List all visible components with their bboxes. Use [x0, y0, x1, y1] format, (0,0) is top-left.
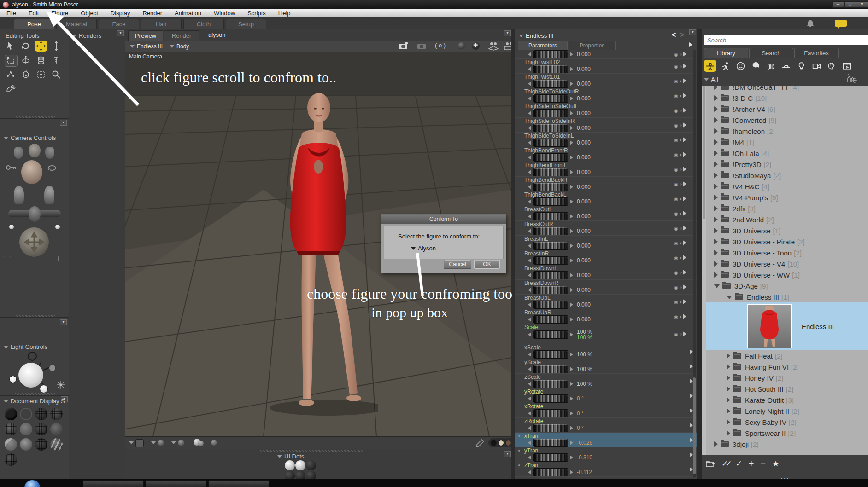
figures-category-icon[interactable]: [704, 60, 716, 72]
param-expand-icon[interactable]: [683, 52, 686, 57]
key-link-icon[interactable]: ⋄: [680, 93, 682, 98]
camera-controls-header[interactable]: Camera Controls: [4, 134, 56, 141]
camera-dot-left-icon[interactable]: [9, 225, 14, 229]
param-expand-icon[interactable]: [690, 452, 693, 457]
param-dial[interactable]: [533, 468, 568, 476]
key-record-icon[interactable]: ◉: [674, 152, 678, 157]
caret-right-icon[interactable]: [727, 397, 730, 403]
dial-increase-icon[interactable]: [570, 273, 573, 278]
caret-right-icon[interactable]: [727, 430, 730, 436]
dial-decrease-icon[interactable]: [528, 199, 531, 204]
keyframe-icons[interactable]: ◉⋄: [674, 299, 686, 304]
caret-right-icon[interactable]: [727, 353, 730, 359]
camera-flyaround-icon[interactable]: [398, 42, 410, 50]
param-row-yRotate[interactable]: yRotate0 °: [515, 388, 697, 403]
key-record-icon[interactable]: ◉: [674, 211, 678, 216]
key-link-icon[interactable]: ⋄: [680, 255, 682, 260]
keyframe-icons[interactable]: ◉⋄: [674, 196, 686, 201]
light-sphere-icon[interactable]: [18, 363, 43, 388]
key-record-icon[interactable]: ◉: [674, 240, 678, 245]
key-link-icon[interactable]: ⋄: [680, 270, 682, 274]
library-folder-row[interactable]: Having Fun VI[2]: [706, 361, 868, 372]
param-row-ThighSideToSideOutL[interactable]: ThighSideToSideOutL0.000◉⋄: [515, 103, 697, 118]
doc-style-box-icon[interactable]: [135, 439, 144, 447]
taskbar-window-button[interactable]: [83, 480, 144, 487]
light-flare-icon[interactable]: [56, 380, 65, 389]
param-dial[interactable]: [533, 365, 568, 373]
caret-right-icon[interactable]: [714, 441, 718, 447]
element-style-sphere-icon[interactable]: [178, 440, 184, 446]
direct-manip-tool-icon[interactable]: [5, 83, 17, 94]
taskbar-window-button[interactable]: [208, 480, 269, 487]
key-record-icon[interactable]: ◉: [674, 196, 678, 201]
param-expand-icon[interactable]: [683, 152, 686, 157]
param-expand-icon[interactable]: [683, 182, 686, 186]
menu-item-animation[interactable]: Animation: [175, 10, 201, 17]
param-expand-icon[interactable]: [683, 138, 686, 142]
dropdown-caret-icon[interactable]: [151, 441, 156, 444]
display-style-7-icon[interactable]: [35, 423, 47, 435]
param-row-xScale[interactable]: xScale100 %: [515, 344, 697, 359]
param-dial[interactable]: [533, 139, 568, 147]
param-expand-icon[interactable]: [690, 438, 693, 442]
param-dial[interactable]: [533, 197, 568, 206]
library-folder-row[interactable]: !V4-Pump's[9]: [706, 192, 868, 203]
dial-decrease-icon[interactable]: [528, 244, 531, 248]
camera-hand-up-left-icon[interactable]: [14, 186, 24, 204]
library-folder-row[interactable]: 3D Universe - V4[10]: [706, 258, 868, 269]
caret-right-icon[interactable]: [714, 228, 718, 233]
figure-dropdown[interactable]: Alyson: [411, 245, 436, 252]
dial-increase-icon[interactable]: [570, 411, 573, 416]
dial-decrease-icon[interactable]: [528, 352, 531, 357]
library-folder-row[interactable]: Hot South III[2]: [706, 383, 868, 394]
light-controls-header[interactable]: Light Controls: [4, 343, 47, 350]
dial-decrease-icon[interactable]: [528, 455, 531, 460]
param-expand-icon[interactable]: [690, 379, 693, 383]
param-expand-icon[interactable]: [683, 314, 686, 319]
param-row-Scale[interactable]: Scale100 %100 %◉⋄: [515, 324, 697, 344]
param-dial[interactable]: [533, 439, 568, 447]
menu-item-edit[interactable]: Edit: [29, 10, 39, 17]
poses-category-icon[interactable]: [719, 60, 731, 72]
library-folder-row[interactable]: 3D-Age[9]: [706, 280, 868, 291]
keyframe-icons[interactable]: ◉⋄: [674, 108, 686, 113]
key-record-icon[interactable]: ◉: [674, 181, 678, 186]
camera-dolly-center-icon[interactable]: [29, 206, 41, 222]
library-folder-row[interactable]: 2nd World[2]: [706, 214, 868, 225]
param-row-ThighSideToSideInL[interactable]: ThighSideToSideInL0.000◉⋄: [515, 133, 697, 147]
keyframe-icons[interactable]: ◉⋄: [674, 331, 686, 336]
translate-updown-tool-icon[interactable]: [50, 41, 62, 52]
param-dial[interactable]: [533, 286, 568, 294]
key-record-icon[interactable]: ◉: [674, 284, 678, 290]
library-folder-row[interactable]: Karate Outfit[3]: [706, 394, 868, 406]
caret-right-icon[interactable]: [714, 95, 718, 101]
dial-increase-icon[interactable]: [570, 352, 573, 357]
caret-right-icon[interactable]: [714, 162, 718, 167]
param-row-yTran[interactable]: yTran-0.310: [515, 447, 697, 462]
props-category-icon[interactable]: [780, 60, 792, 72]
close-button[interactable]: ✕: [856, 1, 868, 8]
caret-right-icon[interactable]: [714, 184, 718, 189]
dial-decrease-icon[interactable]: [528, 67, 531, 71]
param-row-BreastInR[interactable]: BreastInR0.000◉⋄: [515, 250, 697, 265]
key-link-icon[interactable]: ⋄: [680, 314, 682, 319]
param-dial[interactable]: [533, 80, 568, 88]
scrollbar-thumb[interactable]: [703, 86, 705, 219]
dial-increase-icon[interactable]: [570, 382, 573, 386]
display-style-8-icon[interactable]: [50, 423, 63, 435]
remove-item-icon[interactable]: −: [760, 458, 766, 469]
scale-tool-icon[interactable]: [5, 55, 18, 67]
add-item-icon[interactable]: +: [749, 458, 754, 469]
param-expand-icon[interactable]: [683, 93, 686, 98]
dropdown-caret-icon[interactable]: [129, 441, 134, 444]
tab-search[interactable]: Search: [749, 48, 793, 58]
dial-increase-icon[interactable]: [570, 229, 573, 233]
library-folder-row[interactable]: !Oh-Lala[4]: [706, 148, 868, 159]
caret-down-icon[interactable]: [727, 296, 732, 299]
dial-increase-icon[interactable]: [570, 367, 573, 371]
menu-item-render[interactable]: Render: [142, 10, 162, 17]
dial-decrease-icon[interactable]: [528, 140, 531, 145]
param-row-zTran[interactable]: zTran-0.112: [515, 462, 697, 477]
camera-dot-right-icon[interactable]: [55, 225, 60, 229]
caret-right-icon[interactable]: [714, 117, 718, 123]
